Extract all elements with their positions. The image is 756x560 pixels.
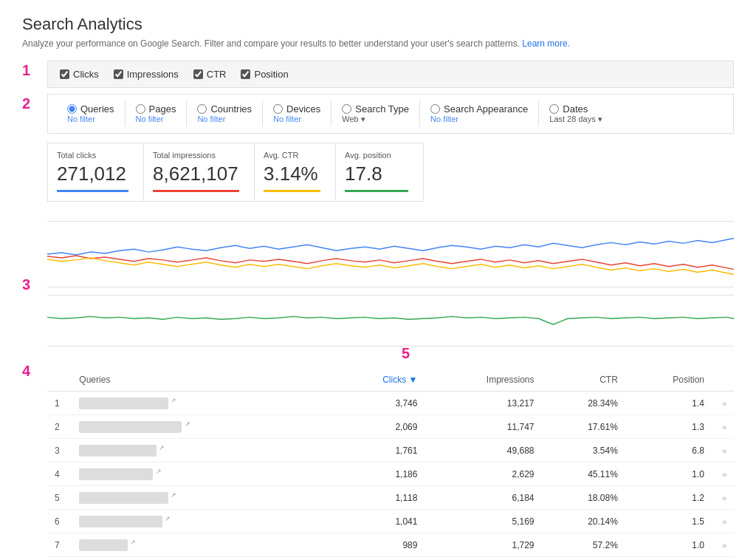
- row-query-8[interactable]: ████████ ████ ↗: [72, 557, 332, 561]
- row-clicks-3: 1,761: [332, 439, 425, 462]
- step4-label: 4: [22, 363, 40, 380]
- devices-radio[interactable]: [273, 104, 283, 114]
- countries-sub[interactable]: No filter: [197, 115, 225, 123]
- table-row: 1 ████████ ██████ ↗ 3,746 13,217 28.34% …: [47, 392, 734, 415]
- row-chevron-6[interactable]: »: [712, 510, 734, 533]
- filter-searchtype[interactable]: Search Type Web ▾: [331, 100, 420, 127]
- row-ctr-6: 20.14%: [542, 510, 625, 533]
- searchtype-radio[interactable]: [342, 104, 351, 114]
- searchtype-sub[interactable]: Web ▾: [342, 115, 365, 124]
- row-num-8: 8: [47, 557, 72, 561]
- table-row: 8 ████████ ████ ↗ 979 2,458 39.83% 1.0 »: [47, 557, 734, 561]
- row-clicks-7: 989: [332, 533, 425, 557]
- total-clicks-bar: [57, 190, 128, 192]
- row-ctr-3: 3.54%: [542, 439, 625, 462]
- dates-radio[interactable]: [549, 104, 559, 114]
- row-clicks-5: 1,118: [332, 486, 425, 510]
- th-clicks[interactable]: Clicks ▼: [332, 369, 425, 392]
- checkboxes-bar: Clicks Impressions CTR Position: [47, 61, 734, 88]
- row-chevron-3[interactable]: »: [712, 439, 734, 462]
- filter-dates[interactable]: Dates Last 28 days ▾: [539, 100, 612, 127]
- row-num-3: 3: [47, 439, 72, 462]
- countries-radio[interactable]: [197, 104, 207, 114]
- checkbox-ctr[interactable]: CTR: [193, 69, 227, 80]
- row-chevron-5[interactable]: »: [712, 486, 734, 510]
- dates-label: Dates: [563, 103, 588, 115]
- pages-sub[interactable]: No filter: [136, 115, 164, 123]
- chart-clicks-line: [47, 239, 734, 256]
- pages-radio[interactable]: [136, 104, 145, 114]
- table-body: 1 ████████ ██████ ↗ 3,746 13,217 28.34% …: [47, 392, 734, 561]
- stat-total-impressions: Total impressions 8,621,107: [143, 143, 254, 202]
- learn-more-link[interactable]: Learn more.: [522, 38, 570, 49]
- table-row: 6 ████ █████████ ↗ 1,041 5,169 20.14% 1.…: [47, 510, 734, 533]
- row-impressions-7: 1,729: [425, 533, 541, 557]
- filter-devices[interactable]: Devices No filter: [263, 100, 331, 126]
- row-position-2: 1.3: [625, 415, 712, 439]
- row-query-7[interactable]: ███ ████ ↗: [72, 533, 332, 557]
- row-impressions-6: 5,169: [425, 510, 541, 533]
- row-chevron-4[interactable]: »: [712, 462, 734, 486]
- impressions-checkbox[interactable]: [114, 69, 123, 79]
- filter-searchappearance[interactable]: Search Appearance No filter: [420, 100, 539, 126]
- row-ctr-4: 45.11%: [542, 462, 625, 486]
- row-query-4[interactable]: ███ █████ ███ ↗: [72, 462, 332, 486]
- row-chevron-8[interactable]: »: [712, 557, 734, 561]
- row-query-6[interactable]: ████ █████████ ↗: [72, 510, 332, 533]
- checkbox-clicks[interactable]: Clicks: [60, 69, 99, 80]
- position-checkbox[interactable]: [241, 69, 250, 79]
- row-impressions-4: 2,629: [425, 462, 541, 486]
- row-ctr-8: 39.83%: [542, 557, 625, 561]
- stat-total-clicks: Total clicks 271,012: [47, 143, 143, 202]
- table-section: 4 5 Queries Clicks ▼ Impressions CTR Pos…: [22, 361, 734, 560]
- searchtype-label: Search Type: [355, 103, 409, 115]
- row-position-3: 6.8: [625, 439, 712, 462]
- row-impressions-1: 13,217: [425, 392, 541, 415]
- filter-bar: Queries No filter Pages No filter Countr…: [47, 94, 734, 134]
- row-chevron-2[interactable]: »: [712, 415, 734, 439]
- row-ctr-7: 57.2%: [542, 533, 625, 557]
- row-query-2[interactable]: ████ ██████ ██████ ↗: [72, 415, 332, 439]
- avg-position-bar: [345, 190, 408, 192]
- step1-label: 1: [22, 62, 40, 79]
- ctr-checkbox[interactable]: [193, 69, 203, 79]
- queries-radio[interactable]: [67, 104, 77, 114]
- step1-row: 1 Clicks Impressions CTR Position: [22, 61, 734, 88]
- searchappearance-radio[interactable]: [430, 104, 440, 114]
- dates-sub[interactable]: Last 28 days ▾: [549, 115, 602, 124]
- row-num-2: 2: [47, 415, 72, 439]
- row-query-5[interactable]: ████████ ██████ ↗: [72, 486, 332, 510]
- row-ctr-1: 28.34%: [542, 392, 625, 415]
- total-clicks-label: Total clicks: [57, 151, 128, 160]
- row-ctr-5: 18.08%: [542, 486, 625, 510]
- row-position-6: 1.5: [625, 510, 712, 533]
- searchappearance-sub[interactable]: No filter: [430, 115, 458, 123]
- checkbox-position[interactable]: Position: [241, 69, 288, 80]
- step5-label: 5: [402, 345, 410, 362]
- row-clicks-8: 979: [332, 557, 425, 561]
- chart-bottom-svg: [47, 296, 734, 339]
- row-impressions-8: 2,458: [425, 557, 541, 561]
- row-chevron-7[interactable]: »: [712, 533, 734, 557]
- avg-position-value: 17.8: [345, 163, 408, 185]
- table-row: 2 ████ ██████ ██████ ↗ 2,069 11,747 17.6…: [47, 415, 734, 439]
- table-row: 4 ███ █████ ███ ↗ 1,186 2,629 45.11% 1.0…: [47, 462, 734, 486]
- filter-pages[interactable]: Pages No filter: [126, 100, 188, 126]
- row-impressions-5: 6,184: [425, 486, 541, 510]
- clicks-checkbox[interactable]: [60, 69, 69, 79]
- table-row: 3 ██████ ██████ ↗ 1,761 49,688 3.54% 6.8…: [47, 439, 734, 462]
- filter-countries[interactable]: Countries No filter: [187, 100, 263, 126]
- row-query-3[interactable]: ██████ ██████ ↗: [72, 439, 332, 462]
- filter-queries[interactable]: Queries No filter: [57, 100, 126, 126]
- avg-ctr-bar: [264, 190, 320, 192]
- queries-sub[interactable]: No filter: [67, 115, 95, 123]
- row-query-1[interactable]: ████████ ██████ ↗: [72, 392, 332, 415]
- row-num-5: 5: [47, 486, 72, 510]
- row-chevron-1[interactable]: »: [712, 392, 734, 415]
- checkbox-impressions[interactable]: Impressions: [114, 69, 179, 80]
- row-position-7: 1.0: [625, 533, 712, 557]
- devices-sub[interactable]: No filter: [273, 115, 301, 123]
- th-action: [712, 369, 734, 392]
- total-clicks-value: 271,012: [57, 163, 128, 185]
- total-impressions-label: Total impressions: [153, 151, 239, 160]
